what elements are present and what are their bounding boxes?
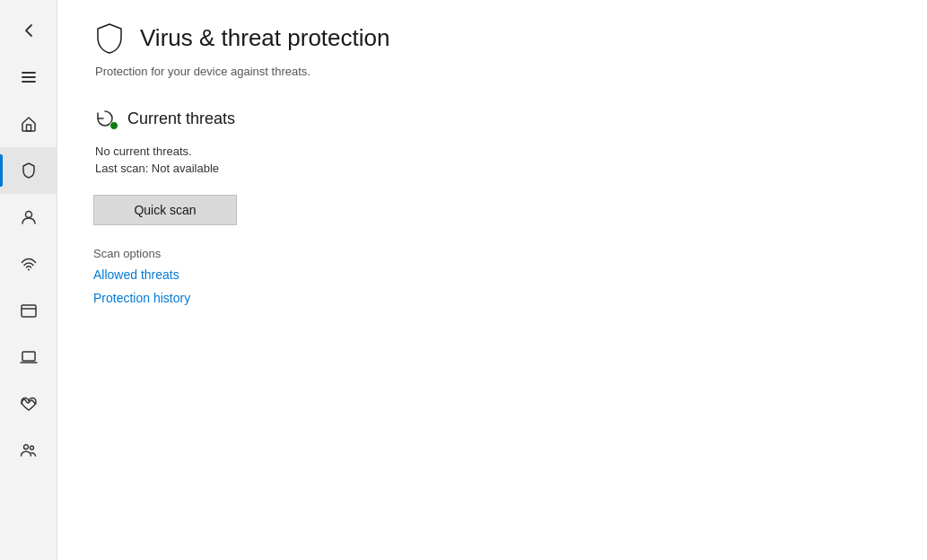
threat-status-text: No current threats. (95, 144, 891, 158)
page-title: Virus & threat protection (140, 24, 389, 52)
quick-scan-button[interactable]: Quick scan (93, 195, 237, 225)
sidebar-item-health[interactable] (0, 381, 57, 427)
family-icon (20, 442, 38, 459)
svg-point-10 (30, 446, 33, 450)
sidebar-item-app-browser[interactable] (0, 287, 57, 334)
page-header: Virus & threat protection (93, 22, 891, 54)
hamburger-icon (20, 68, 38, 86)
status-dot (109, 121, 118, 130)
svg-point-5 (28, 269, 30, 271)
sidebar (0, 0, 57, 560)
shield-icon (20, 162, 38, 179)
sidebar-item-family[interactable] (0, 427, 57, 474)
svg-point-9 (23, 445, 28, 450)
laptop-icon (20, 348, 38, 366)
page-subtitle: Protection for your device against threa… (95, 65, 891, 78)
sidebar-item-device[interactable] (0, 334, 57, 381)
svg-rect-3 (26, 125, 31, 131)
person-icon (20, 208, 38, 226)
sidebar-item-home[interactable] (0, 101, 57, 147)
sidebar-item-back[interactable] (0, 7, 57, 54)
main-content: Virus & threat protection Protection for… (57, 0, 927, 560)
svg-point-4 (25, 212, 31, 218)
scan-options-label: Scan options (93, 247, 891, 260)
svg-rect-6 (22, 305, 36, 317)
wifi-icon (20, 255, 38, 273)
allowed-threats-link[interactable]: Allowed threats (93, 267, 891, 282)
svg-rect-8 (22, 352, 35, 361)
section-icon (93, 107, 117, 130)
sidebar-item-firewall[interactable] (0, 241, 57, 287)
home-icon (20, 115, 38, 133)
section-title: Current threats (127, 109, 235, 128)
health-icon (20, 395, 38, 413)
sidebar-item-menu[interactable] (0, 54, 57, 101)
page-header-icon (93, 22, 126, 54)
protection-history-link[interactable]: Protection history (93, 291, 891, 305)
last-scan-text: Last scan: Not available (95, 162, 891, 175)
section-header: Current threats (93, 107, 891, 130)
back-arrow-icon (20, 22, 38, 39)
sidebar-item-shield[interactable] (0, 147, 57, 194)
app-browser-icon (20, 302, 38, 319)
sidebar-item-account[interactable] (0, 194, 57, 241)
